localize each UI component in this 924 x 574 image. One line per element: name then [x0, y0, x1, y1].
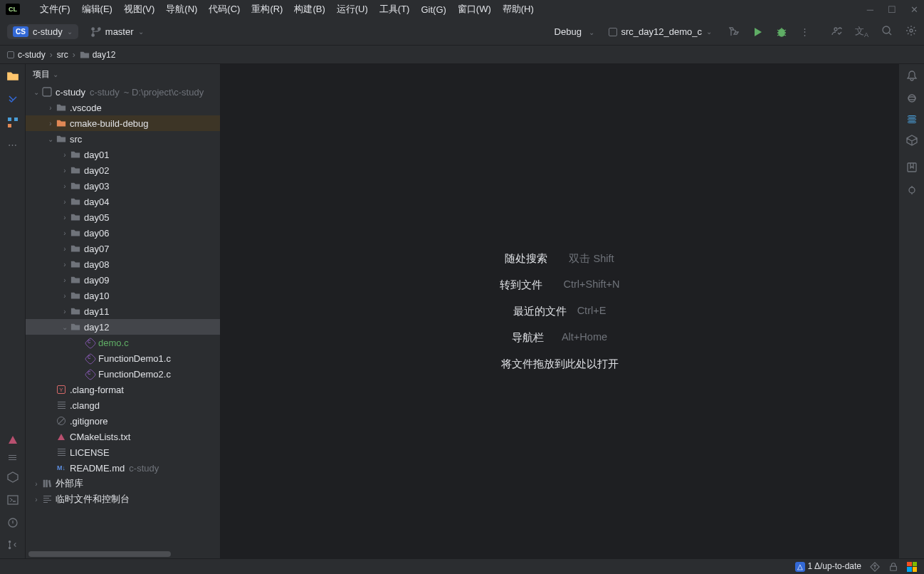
translate-icon[interactable]: 文A — [855, 25, 868, 38]
project-panel-header[interactable]: 项目 ⌄ — [26, 64, 220, 84]
tree-clangd[interactable]: .clangd — [26, 397, 220, 413]
main-toolbar: CS c-study ⌄ master ⌄ Debug ⌄ src_day12_… — [0, 19, 924, 46]
tree-day08[interactable]: ›day08 — [26, 256, 220, 272]
tree-clang-format[interactable]: Y .clang-format — [26, 382, 220, 397]
branch-selector[interactable]: master ⌄ — [85, 24, 149, 39]
bookmark-icon[interactable] — [906, 162, 918, 173]
ai-assistant-icon[interactable] — [906, 93, 918, 104]
menu-build[interactable]: 构建(B) — [288, 3, 330, 16]
tree-day09[interactable]: ›day09 — [26, 272, 220, 288]
project-selector[interactable]: CS c-study ⌄ — [7, 24, 78, 39]
menu-window[interactable]: 窗口(W) — [452, 3, 497, 16]
structure-tool-icon[interactable] — [7, 117, 19, 128]
tree-day10[interactable]: ›day10 — [26, 288, 220, 303]
menu-code[interactable]: 代码(C) — [203, 3, 246, 16]
window-maximize[interactable]: ☐ — [888, 4, 896, 15]
tree-readme[interactable]: M↓ README.md c-study — [26, 460, 220, 476]
menu-help[interactable]: 帮助(H) — [497, 3, 540, 16]
tree-day02[interactable]: ›day02 — [26, 162, 220, 178]
tree-day06[interactable]: ›day06 — [26, 225, 220, 241]
tree-functiondemo2[interactable]: FunctionDemo2.c — [26, 366, 220, 382]
folder-icon — [70, 165, 81, 175]
tree-demo-c[interactable]: demo.c — [26, 335, 220, 350]
welcome-search-shortcut: 双击 Shift — [569, 252, 614, 266]
library-icon — [41, 479, 53, 489]
c-file-icon — [84, 338, 95, 348]
more-icon[interactable]: ⋮ — [800, 26, 809, 37]
run-target-selector[interactable]: src_day12_demo_c ⌄ — [602, 24, 719, 39]
menu-git[interactable]: Git(G) — [415, 4, 451, 15]
menu-tools[interactable]: 工具(T) — [374, 3, 416, 16]
tree-cmakelists[interactable]: CMakeLists.txt — [26, 429, 220, 444]
tree-day01[interactable]: ›day01 — [26, 147, 220, 162]
tree-scratch[interactable]: › 临时文件和控制台 — [26, 491, 220, 507]
menu-run[interactable]: 运行(U) — [331, 3, 374, 16]
tree-root[interactable]: ⌄ c-study c-study ~ D:\project\c-study — [26, 84, 220, 100]
tree-day05[interactable]: ›day05 — [26, 209, 220, 225]
tree-day03[interactable]: ›day03 — [26, 178, 220, 194]
more-tool-icon[interactable]: ⋯ — [8, 140, 17, 150]
cmake-file-icon — [56, 434, 67, 440]
text-file-icon — [56, 402, 67, 409]
database-icon[interactable] — [908, 115, 916, 123]
search-icon[interactable] — [881, 25, 893, 38]
status-windows-icon[interactable] — [907, 562, 917, 572]
welcome-goto-shortcut: Ctrl+Shift+N — [564, 278, 620, 292]
horizontal-scrollbar[interactable] — [26, 551, 220, 558]
breadcrumb-project[interactable]: c-study — [18, 50, 46, 60]
package-icon[interactable] — [906, 135, 918, 146]
status-git-icon[interactable] — [870, 562, 880, 572]
tree-day04[interactable]: ›day04 — [26, 194, 220, 209]
cmake-tool-icon[interactable] — [9, 436, 17, 444]
text-file-icon — [56, 449, 67, 456]
svg-point-8 — [908, 95, 915, 102]
problems-tool-icon[interactable] — [7, 517, 19, 528]
project-badge: CS — [13, 26, 28, 37]
notifications-icon[interactable] — [906, 70, 918, 81]
tree-cmake-build-debug[interactable]: › cmake-build-debug — [26, 115, 220, 131]
svg-rect-3 — [8, 124, 11, 127]
tree-functiondemo1[interactable]: FunctionDemo1.c — [26, 350, 220, 366]
app-icon: CL — [6, 4, 20, 15]
tree-gitignore[interactable]: .gitignore — [26, 413, 220, 429]
settings-icon[interactable] — [905, 25, 917, 38]
services-tool-icon[interactable] — [7, 471, 19, 483]
tree-vscode[interactable]: › .vscode — [26, 100, 220, 115]
vcs-tool-icon[interactable] — [8, 540, 18, 550]
welcome-nav-shortcut: Alt+Home — [562, 331, 607, 345]
menu-edit[interactable]: 编辑(E) — [76, 3, 118, 16]
tree-external-libs[interactable]: › 外部库 — [26, 476, 220, 491]
status-sync[interactable]: △1 Δ/up-to-date — [795, 561, 861, 572]
terminal-tool-icon[interactable] — [7, 494, 19, 506]
build-icon[interactable] — [728, 26, 739, 38]
todo-tool-icon[interactable] — [9, 455, 16, 460]
project-tool-icon[interactable] — [6, 70, 19, 83]
tree-license[interactable]: LICENSE — [26, 444, 220, 460]
module-icon — [41, 87, 53, 97]
menu-navigate[interactable]: 导航(N) — [160, 3, 203, 16]
target-icon — [609, 28, 617, 36]
tree-src[interactable]: ⌄ src — [26, 131, 220, 147]
status-lock-icon[interactable] — [888, 562, 898, 572]
tree-day11[interactable]: ›day11 — [26, 303, 220, 319]
run-target-name: src_day12_demo_c — [621, 26, 702, 37]
window-minimize[interactable]: ─ — [867, 4, 873, 15]
tree-day12[interactable]: ⌄ day12 — [26, 319, 220, 335]
debug-icon[interactable] — [776, 26, 787, 38]
menu-view[interactable]: 视图(V) — [118, 3, 160, 16]
scratch-icon — [41, 496, 53, 503]
menu-file[interactable]: 文件(F) — [34, 3, 76, 16]
tree-day07[interactable]: ›day07 — [26, 241, 220, 256]
breadcrumb-day12[interactable]: day12 — [93, 50, 116, 60]
window-close[interactable]: ✕ — [910, 4, 918, 15]
project-panel: 项目 ⌄ ⌄ c-study c-study ~ D:\project\c-st… — [26, 64, 221, 558]
run-config-selector[interactable]: Debug ⌄ — [547, 24, 602, 39]
commit-tool-icon[interactable] — [7, 94, 19, 105]
coverage-icon[interactable] — [906, 184, 918, 196]
folder-icon — [80, 50, 90, 60]
breadcrumb-src[interactable]: src — [57, 50, 68, 60]
code-with-me-icon[interactable] — [831, 25, 842, 38]
run-icon[interactable] — [752, 26, 763, 38]
folder-icon — [70, 275, 81, 285]
menu-refactor[interactable]: 重构(R) — [246, 3, 288, 16]
